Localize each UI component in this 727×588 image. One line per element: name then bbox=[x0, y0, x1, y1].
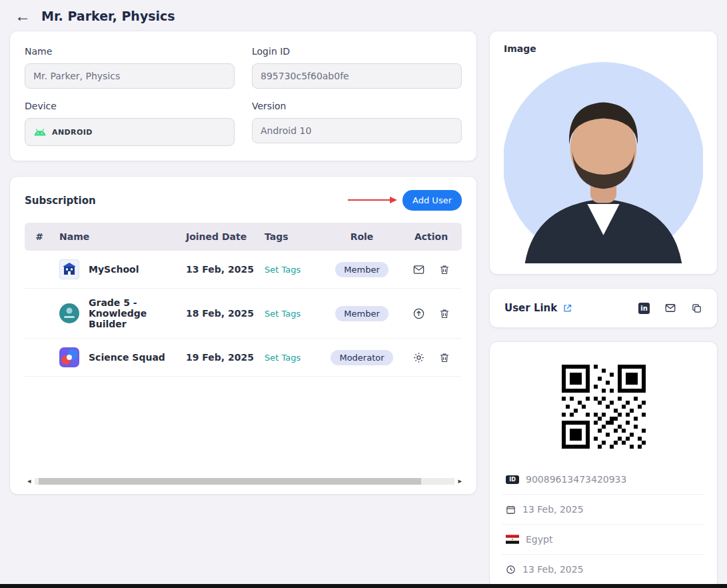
scrollbar-track[interactable] bbox=[35, 478, 455, 485]
user-link-label: User Link bbox=[504, 302, 557, 314]
device-field[interactable]: ANDROID bbox=[25, 118, 235, 146]
scroll-left-icon[interactable]: ◂ bbox=[27, 477, 31, 485]
back-arrow-icon[interactable]: ← bbox=[15, 8, 31, 24]
joined-date-row: 13 Feb, 2025 bbox=[502, 494, 705, 524]
myschool-logo bbox=[59, 259, 79, 279]
table-header-row: # Name Joined Date Tags Role Action bbox=[25, 223, 462, 251]
qr-info-card: ID 90089613473420933 13 Feb, 2025 bbox=[489, 341, 718, 588]
page-title: Mr. Parker, Physics bbox=[41, 9, 175, 23]
last-active-row: 13 Feb, 2025 bbox=[502, 554, 705, 584]
user-details-card: Name Login ID Device bbox=[9, 31, 477, 161]
grade5-logo bbox=[59, 303, 79, 323]
set-tags-link[interactable]: Set Tags bbox=[265, 309, 301, 319]
image-label: Image bbox=[504, 43, 703, 54]
upload-icon[interactable] bbox=[412, 307, 425, 320]
col-header-role: Role bbox=[323, 223, 400, 251]
joined-date: 19 Feb, 2025 bbox=[181, 339, 259, 377]
user-id-value: 90089613473420933 bbox=[526, 474, 626, 485]
egypt-flag-icon bbox=[506, 535, 519, 544]
col-header-index: # bbox=[25, 223, 54, 251]
login-id-input[interactable] bbox=[252, 63, 462, 89]
set-tags-link[interactable]: Set Tags bbox=[265, 265, 301, 275]
id-badge-icon: ID bbox=[506, 475, 519, 484]
version-input[interactable] bbox=[252, 118, 462, 143]
role-badge: Member bbox=[335, 306, 388, 321]
email-icon[interactable] bbox=[664, 302, 676, 314]
table-row: MySchool 13 Feb, 2025 Set Tags Member bbox=[25, 251, 462, 289]
joined-date: 18 Feb, 2025 bbox=[181, 289, 259, 339]
delete-icon[interactable] bbox=[438, 307, 450, 320]
col-header-action: Action bbox=[400, 223, 462, 251]
delete-icon[interactable] bbox=[438, 263, 450, 276]
login-id-field-group: Login ID bbox=[252, 46, 462, 89]
subscription-name: Science Squad bbox=[89, 352, 165, 363]
table-row: Science Squad 19 Feb, 2025 Set Tags Mode… bbox=[25, 339, 462, 377]
qr-code bbox=[556, 359, 651, 454]
add-user-button[interactable]: Add User bbox=[402, 190, 462, 211]
scrollbar-thumb[interactable] bbox=[39, 478, 421, 485]
col-header-name: Name bbox=[54, 223, 181, 251]
role-badge: Moderator bbox=[331, 350, 392, 365]
joined-date: 13 Feb, 2025 bbox=[181, 251, 259, 289]
login-id-label: Login ID bbox=[252, 46, 462, 57]
country-value: Egypt bbox=[526, 534, 552, 545]
user-link[interactable]: User Link bbox=[504, 302, 572, 314]
copy-icon[interactable] bbox=[691, 303, 702, 314]
country-row: Egypt bbox=[502, 524, 705, 554]
external-link-icon[interactable] bbox=[562, 303, 572, 313]
avatar bbox=[504, 62, 703, 263]
last-active-value: 13 Feb, 2025 bbox=[522, 564, 584, 575]
red-annotation-arrow bbox=[348, 194, 397, 207]
col-header-tags: Tags bbox=[259, 223, 323, 251]
subscription-name: MySchool bbox=[89, 264, 139, 275]
linkedin-icon[interactable]: in bbox=[638, 303, 650, 314]
calendar-icon bbox=[506, 505, 516, 515]
device-value: ANDROID bbox=[52, 128, 93, 137]
scroll-right-icon[interactable]: ▸ bbox=[458, 477, 462, 485]
subscription-name: Grade 5 - Knowledge Builder bbox=[89, 297, 175, 329]
subscription-title: Subscription bbox=[25, 195, 348, 207]
user-link-card: User Link in bbox=[489, 288, 718, 328]
name-input[interactable] bbox=[25, 63, 235, 89]
horizontal-scrollbar[interactable]: ◂ ▸ bbox=[27, 477, 462, 485]
joined-date-value: 13 Feb, 2025 bbox=[522, 504, 584, 515]
name-label: Name bbox=[25, 46, 235, 57]
version-label: Version bbox=[252, 101, 462, 111]
table-row: Grade 5 - Knowledge Builder 18 Feb, 2025… bbox=[25, 289, 462, 339]
subscription-table: # Name Joined Date Tags Role Action bbox=[25, 223, 462, 377]
role-badge: Member bbox=[335, 262, 388, 277]
device-field-group: Device ANDROID bbox=[25, 101, 235, 146]
col-header-joined: Joined Date bbox=[181, 223, 259, 251]
set-tags-link[interactable]: Set Tags bbox=[265, 353, 301, 363]
subscription-card: Subscription Add User # Name Joined Date… bbox=[9, 176, 477, 495]
image-card: Image bbox=[489, 31, 718, 275]
science-squad-logo bbox=[59, 347, 79, 367]
device-label: Device bbox=[25, 101, 235, 111]
bottom-edge-bar bbox=[0, 584, 727, 588]
clock-icon bbox=[506, 565, 516, 575]
android-icon bbox=[33, 128, 47, 137]
settings-gear-icon[interactable] bbox=[412, 351, 425, 364]
name-field-group: Name bbox=[25, 46, 235, 89]
user-id-row: ID 90089613473420933 bbox=[502, 465, 705, 494]
page-header: ← Mr. Parker, Physics bbox=[0, 0, 727, 31]
version-field-group: Version bbox=[252, 101, 462, 146]
delete-icon[interactable] bbox=[438, 351, 450, 364]
message-icon[interactable] bbox=[412, 263, 425, 276]
